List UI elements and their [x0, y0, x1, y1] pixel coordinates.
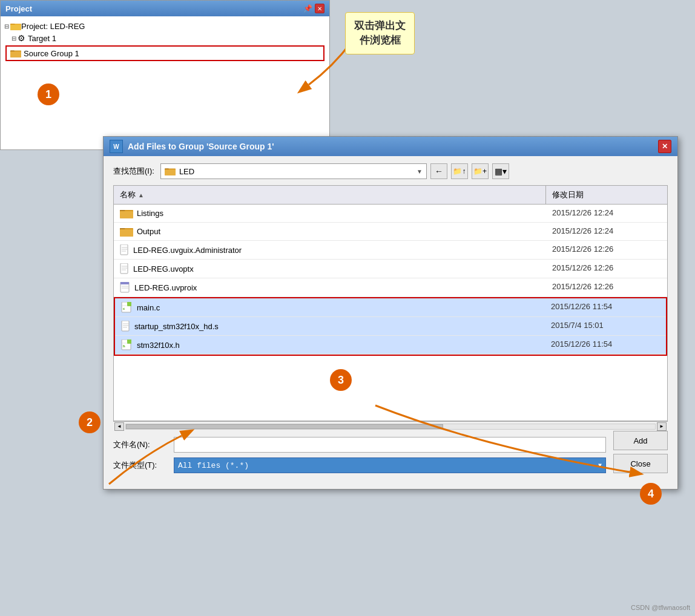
selected-files-box: c main.c 2015/12/26 11:54 — [114, 297, 667, 356]
col-name-header: 名称 ▲ — [114, 186, 546, 204]
path-dropdown[interactable]: LED ▼ — [160, 163, 427, 179]
pin-icon[interactable]: 📌 — [303, 4, 312, 13]
view-button[interactable]: ▦▾ — [492, 163, 509, 179]
project-tree: ⊟ Project: LED-REG ⊟ ⚙ Target 1 Source G… — [1, 16, 329, 149]
file-name-listings: Listings — [114, 207, 546, 220]
svg-rect-27 — [120, 282, 129, 284]
tooltip-bubble: 双击弹出文 件浏览框 — [345, 12, 415, 54]
add-button[interactable]: Add — [613, 431, 668, 450]
folder-icon — [10, 48, 21, 58]
file-date-mainc: 2015/12/26 11:54 — [545, 301, 666, 314]
svg-text:h: h — [123, 344, 125, 348]
file-date-stm32h: 2015/12/26 11:54 — [545, 338, 666, 352]
search-range-label: 查找范围(I): — [113, 166, 154, 177]
file-row-uvoptx[interactable]: LED-REG.uvoptx 2015/12/26 12:26 — [114, 260, 667, 278]
file-name-uvguix: LED-REG.uvguix.Administrator — [114, 243, 546, 257]
file-name-mainc: c main.c — [115, 301, 545, 314]
svg-rect-31 — [127, 302, 131, 306]
file-row-uvguix[interactable]: LED-REG.uvguix.Administrator 2015/12/26 … — [114, 241, 667, 260]
scroll-thumb[interactable] — [126, 424, 443, 429]
file-row-startup[interactable]: startup_stm32f10x_hd.s 2015/7/4 15:01 — [115, 317, 666, 336]
file-date-output: 2015/12/26 12:24 — [546, 225, 667, 238]
file-name-stm32h: h stm32f10x.h — [115, 338, 545, 352]
file-list-header: 名称 ▲ 修改日期 — [114, 186, 667, 205]
filetype-select[interactable]: All files (*.*) ▼ — [174, 457, 606, 473]
project-close-button[interactable]: ✕ — [315, 4, 324, 13]
dialog-title-text: W Add Files to Group 'Source Group 1' — [110, 140, 274, 153]
dialog-close-button[interactable]: ✕ — [658, 140, 671, 153]
s-file-icon — [121, 321, 131, 332]
gear-icon: ⚙ — [18, 33, 25, 43]
file-name-uvoptx: LED-REG.uvoptx — [114, 262, 546, 275]
file-row-stm32h[interactable]: h stm32f10x.h 2015/12/26 11:54 — [115, 336, 666, 355]
path-text: LED — [179, 167, 413, 176]
file-date-uvguix: 2015/12/26 12:26 — [546, 243, 667, 257]
dialog-form: 文件名(N): 文件类型(T): All files (*.*) ▼ — [113, 431, 606, 482]
project-panel: Project 📌 ✕ ⊟ Project: LED-REG ⊟ ⚙ Targe… — [0, 0, 330, 150]
filename-row: 文件名(N): — [113, 437, 606, 453]
file-date-listings: 2015/12/26 12:24 — [546, 207, 667, 220]
up-folder-button[interactable]: 📁↑ — [451, 163, 468, 179]
dialog-toolbar: 查找范围(I): LED ▼ ← 📁↑ 📁+ ▦▾ — [113, 163, 668, 179]
scroll-right-button[interactable]: ► — [657, 422, 667, 431]
doc-special-icon-uvproix — [120, 282, 131, 293]
path-folder-icon — [165, 167, 176, 175]
folder-icon-output — [120, 226, 133, 237]
source-group-label: Source Group 1 — [24, 49, 79, 58]
file-name-uvproix: LED-REG.uvproix — [114, 281, 546, 294]
file-row-listings[interactable]: Listings 2015/12/26 12:24 — [114, 205, 667, 223]
c-file-icon: c — [121, 302, 133, 313]
scroll-track[interactable] — [125, 424, 656, 430]
file-name-output: Output — [114, 225, 546, 238]
filetype-label: 文件类型(T): — [113, 460, 174, 471]
project-title-bar: Project 📌 ✕ — [1, 1, 329, 16]
file-date-uvproix: 2015/12/26 12:26 — [546, 281, 667, 294]
dialog-form-area: 文件名(N): 文件类型(T): All files (*.*) ▼ — [113, 431, 606, 482]
file-row-uvproix[interactable]: LED-REG.uvproix 2015/12/26 12:26 — [114, 278, 667, 297]
step-3-badge: 3 — [330, 369, 352, 391]
tree-item-target[interactable]: ⊟ ⚙ Target 1 — [1, 32, 329, 44]
doc-icon-uvoptx — [120, 263, 130, 274]
file-date-uvoptx: 2015/12/26 12:26 — [546, 262, 667, 275]
filetype-dropdown-arrow[interactable]: ▼ — [598, 462, 602, 469]
target-expand-icon: ⊟ — [12, 35, 16, 42]
close-button[interactable]: Close — [613, 454, 668, 473]
svg-rect-17 — [120, 229, 133, 237]
svg-rect-14 — [120, 211, 133, 218]
expand-icon: ⊟ — [4, 23, 9, 30]
tree-item-project[interactable]: ⊟ Project: LED-REG — [1, 20, 329, 32]
dialog-buttons: Add Close — [613, 431, 668, 473]
folder-icon-listings — [120, 208, 133, 218]
dialog-title-bar: W Add Files to Group 'Source Group 1' ✕ — [104, 137, 677, 156]
back-button[interactable]: ← — [430, 163, 447, 179]
h-file-icon: h — [121, 339, 133, 350]
file-list-container: 名称 ▲ 修改日期 Listings 2015/12/26 12:24 — [113, 185, 668, 421]
svg-rect-5 — [10, 25, 21, 30]
path-dropdown-arrow[interactable]: ▼ — [417, 168, 423, 175]
svg-rect-8 — [10, 51, 21, 57]
sort-arrow: ▲ — [138, 192, 144, 198]
file-row-output[interactable]: Output 2015/12/26 12:24 — [114, 223, 667, 241]
step-4-badge: 4 — [640, 483, 662, 505]
file-date-startup: 2015/7/4 15:01 — [545, 319, 666, 333]
scroll-left-button[interactable]: ◄ — [114, 422, 124, 431]
filename-input[interactable] — [174, 437, 606, 453]
dialog-window: W Add Files to Group 'Source Group 1' ✕ … — [103, 136, 678, 490]
col-date-header: 修改日期 — [546, 186, 667, 204]
horizontal-scrollbar[interactable]: ◄ ► — [113, 421, 668, 431]
svg-rect-39 — [127, 339, 131, 344]
filetype-row: 文件类型(T): All files (*.*) ▼ — [113, 457, 606, 473]
svg-rect-11 — [165, 169, 176, 175]
file-name-startup: startup_stm32f10x_hd.s — [115, 319, 545, 333]
dialog-bottom: 文件名(N): 文件类型(T): All files (*.*) ▼ Add C… — [113, 431, 668, 482]
project-icon — [10, 21, 21, 31]
doc-icon-uvguix — [120, 244, 130, 255]
project-panel-title: Project — [5, 4, 32, 13]
target-name: Target 1 — [28, 34, 56, 43]
new-folder-button[interactable]: 📁+ — [472, 163, 489, 179]
filename-label: 文件名(N): — [113, 439, 174, 450]
keil-icon: W — [110, 140, 123, 153]
source-group-item[interactable]: Source Group 1 — [5, 45, 324, 61]
file-row-mainc[interactable]: c main.c 2015/12/26 11:54 — [115, 298, 666, 317]
watermark: CSDN @tflwnaosoft — [631, 604, 690, 611]
